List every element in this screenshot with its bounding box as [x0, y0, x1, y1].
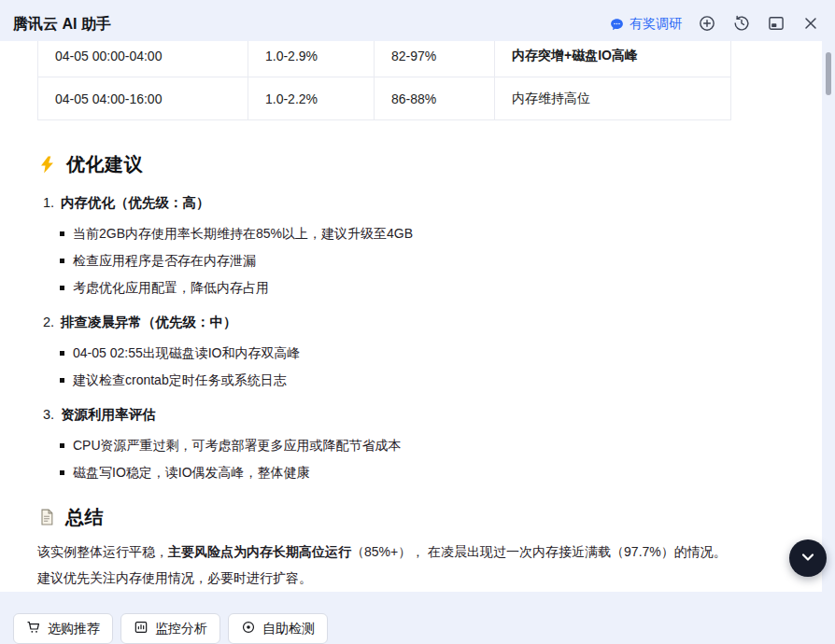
quick-action-label: 自助检测: [262, 621, 315, 637]
section-title: 总结: [65, 505, 104, 529]
item-number: 1.: [43, 195, 54, 210]
cart-icon: [26, 620, 41, 637]
numbered-item: 3.资源利用率评估 CPU资源严重过剩，可考虑部署更多应用或降配节省成本 磁盘写…: [37, 398, 785, 490]
detect-icon: [241, 620, 256, 637]
page-title: 腾讯云 AI 助手: [13, 15, 111, 35]
plus-circle-icon: [698, 14, 716, 35]
item-title: 排查凌晨异常（优先级：中）: [61, 315, 237, 329]
analysis-report: 04-05 00:00-04:00 1.0-2.9% 82-97% 内存突增+磁…: [0, 41, 822, 591]
survey-label: 有奖调研: [630, 16, 682, 33]
bullet-item: 检查应用程序是否存在内存泄漏: [60, 251, 785, 278]
window-panel-icon: [767, 14, 785, 35]
note-cell: 内存突增+磁盘IO高峰: [495, 41, 731, 77]
chat-bubble-icon: [609, 17, 625, 33]
footer-actions: 选购推荐 监控分析 自助检测: [0, 592, 835, 644]
time-cell: 04-05 00:00-04:00: [38, 41, 248, 77]
bullet-item: 04-05 02:55出现磁盘读IO和内存双高峰: [60, 343, 785, 371]
panel-button[interactable]: [767, 15, 785, 34]
table-row: 04-05 00:00-04:00 1.0-2.9% 82-97% 内存突增+磁…: [38, 41, 731, 77]
close-button[interactable]: [801, 15, 820, 34]
quick-action-detect[interactable]: 自助检测: [228, 613, 328, 644]
survey-link[interactable]: 有奖调研: [609, 16, 682, 33]
item-heading: 1.内存优化（优先级：高）: [37, 193, 785, 224]
header-actions: 有奖调研: [609, 15, 820, 34]
new-chat-button[interactable]: [698, 15, 716, 34]
bullet-item: 磁盘写IO稳定，读IO偶发高峰，整体健康: [60, 463, 785, 490]
bullet-list: 04-05 02:55出现磁盘读IO和内存双高峰 建议检查crontab定时任务…: [37, 343, 785, 398]
close-icon: [801, 14, 820, 35]
bullet-item: 当前2GB内存使用率长期维持在85%以上，建议升级至4GB: [60, 224, 785, 251]
note-cell: 内存维持高位: [495, 77, 731, 120]
lightning-icon: [37, 155, 57, 175]
quick-action-monitor[interactable]: 监控分析: [120, 613, 220, 644]
summary-paragraph: 该实例整体运行平稳，主要风险点为内存长期高位运行（85%+）， 在凌晨出现过一次…: [37, 529, 732, 591]
optimization-list: 1.内存优化（优先级：高） 当前2GB内存使用率长期维持在85%以上，建议升级至…: [37, 176, 785, 490]
history-icon: [732, 14, 751, 35]
metrics-table: 04-05 00:00-04:00 1.0-2.9% 82-97% 内存突增+磁…: [37, 41, 731, 120]
chat-content: 04-05 00:00-04:00 1.0-2.9% 82-97% 内存突增+磁…: [0, 41, 822, 592]
memory-cell: 86-88%: [375, 77, 495, 120]
memory-cell: 82-97%: [375, 41, 495, 77]
cpu-cell: 1.0-2.2%: [248, 77, 375, 120]
numbered-item: 1.内存优化（优先级：高） 当前2GB内存使用率长期维持在85%以上，建议升级至…: [37, 193, 785, 305]
item-number: 2.: [43, 315, 54, 329]
bullet-list: CPU资源严重过剩，可考虑部署更多应用或降配节省成本 磁盘写IO稳定，读IO偶发…: [37, 436, 785, 490]
item-number: 3.: [43, 407, 54, 422]
item-heading: 2.排查凌晨异常（优先级：中）: [37, 305, 785, 343]
item-title: 内存优化（优先级：高）: [61, 195, 210, 210]
document-icon: [37, 508, 56, 526]
scroll-to-bottom-button[interactable]: [789, 539, 827, 577]
section-title: 优化建议: [66, 152, 143, 176]
quick-action-purchase[interactable]: 选购推荐: [13, 613, 113, 644]
item-title: 资源利用率评估: [61, 407, 156, 422]
bullet-item: 考虑优化应用配置，降低内存占用: [60, 278, 785, 305]
table-row: 04-05 04:00-16:00 1.0-2.2% 86-88% 内存维持高位: [38, 77, 731, 120]
bullet-item: CPU资源严重过剩，可考虑部署更多应用或降配节省成本: [60, 436, 785, 463]
bullet-list: 当前2GB内存使用率长期维持在85%以上，建议升级至4GB 检查应用程序是否存在…: [37, 224, 785, 305]
item-heading: 3.资源利用率评估: [37, 398, 785, 436]
section-optimization-heading: 优化建议: [37, 120, 785, 176]
quick-action-label: 选购推荐: [48, 621, 100, 637]
summary-segment: 该实例整体运行平稳，: [37, 544, 168, 559]
scrollbar-thumb[interactable]: [826, 52, 831, 95]
summary-segment: 主要风险点为内存长期高位运行: [168, 544, 351, 559]
quick-action-label: 监控分析: [155, 621, 207, 637]
time-cell: 04-05 04:00-16:00: [38, 77, 248, 120]
assistant-header: 腾讯云 AI 助手 有奖调研: [0, 0, 835, 41]
bullet-item: 建议检查crontab定时任务或系统日志: [60, 371, 785, 398]
cpu-cell: 1.0-2.9%: [248, 41, 375, 77]
history-button[interactable]: [732, 15, 751, 34]
monitor-icon: [134, 620, 149, 637]
numbered-item: 2.排查凌晨异常（优先级：中） 04-05 02:55出现磁盘读IO和内存双高峰…: [37, 305, 785, 398]
chevron-down-icon: [799, 548, 817, 569]
section-summary-heading: 总结: [37, 490, 785, 529]
